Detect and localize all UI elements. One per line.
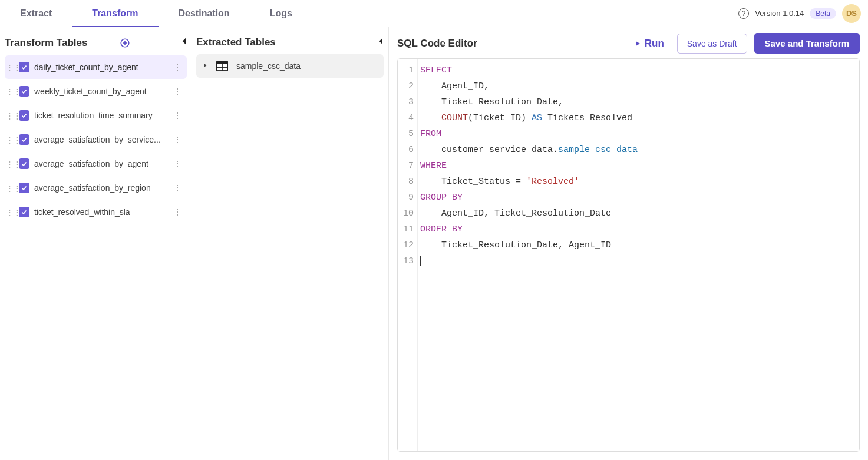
collapse-extracted-panel[interactable] — [373, 33, 390, 49]
checkbox-icon[interactable] — [19, 134, 29, 145]
tab-logs[interactable]: Logs — [250, 0, 312, 27]
extracted-panel-title: Extracted Tables — [196, 37, 276, 48]
more-menu-icon[interactable]: ⋮ — [171, 159, 183, 168]
tab-destination[interactable]: Destination — [159, 0, 250, 27]
drag-handle-icon[interactable]: ⋮⋮ — [6, 135, 14, 144]
extracted-item-label: sample_csc_data — [236, 61, 301, 71]
run-button[interactable]: Run — [628, 34, 670, 53]
drag-handle-icon[interactable]: ⋮⋮ — [6, 208, 14, 217]
svg-rect-6 — [217, 68, 222, 70]
chevron-left-icon — [377, 37, 386, 46]
sql-editor-panel: SQL Code Editor Run Save as Draft Save a… — [389, 27, 868, 460]
transform-item[interactable]: ⋮⋮ticket_resolved_within_sla⋮ — [5, 200, 187, 224]
beta-badge: Beta — [810, 8, 836, 19]
editor-actions: Run Save as Draft Save and Transform — [628, 33, 860, 54]
code-area[interactable]: SELECT Agent_ID, Ticket_Resolution_Date,… — [418, 59, 859, 451]
svg-rect-5 — [223, 64, 227, 67]
help-icon[interactable]: ? — [738, 8, 749, 19]
chevron-left-icon — [180, 37, 189, 46]
collapse-transform-panel[interactable] — [176, 33, 193, 49]
save-transform-button[interactable]: Save and Transform — [754, 33, 860, 54]
checkbox-icon[interactable] — [19, 110, 29, 121]
editor-title: SQL Code Editor — [397, 38, 477, 49]
more-menu-icon[interactable]: ⋮ — [171, 87, 183, 96]
transform-item[interactable]: ⋮⋮weekly_ticket_count_by_agent⋮ — [5, 80, 187, 103]
topbar: Extract Transform Destination Logs ? Ver… — [0, 0, 868, 27]
transform-list: ⋮⋮daily_ticket_count_by_agent⋮⋮⋮weekly_t… — [5, 55, 187, 224]
play-icon — [634, 40, 641, 47]
transform-item[interactable]: ⋮⋮ticket_resolution_time_summary⋮ — [5, 104, 187, 127]
transform-item[interactable]: ⋮⋮daily_ticket_count_by_agent⋮ — [5, 55, 187, 79]
drag-handle-icon[interactable]: ⋮⋮ — [6, 160, 14, 168]
avatar[interactable]: DS — [842, 4, 861, 23]
extracted-list: sample_csc_data — [196, 54, 384, 78]
save-draft-button[interactable]: Save as Draft — [677, 34, 747, 54]
plus-circle-icon — [120, 38, 130, 48]
transform-item[interactable]: ⋮⋮average_satisfaction_by_agent⋮ — [5, 152, 187, 176]
more-menu-icon[interactable]: ⋮ — [171, 135, 183, 144]
extracted-tables-panel: Extracted Tables sample_csc_data — [192, 27, 389, 460]
version-label: Version 1.0.14 — [755, 9, 804, 18]
add-transform-button[interactable] — [118, 37, 131, 49]
more-menu-icon[interactable]: ⋮ — [171, 62, 183, 72]
transform-item-label: average_satisfaction_by_agent — [34, 159, 167, 168]
checkbox-icon[interactable] — [19, 86, 29, 97]
tab-extract[interactable]: Extract — [0, 0, 72, 27]
table-icon — [216, 61, 228, 71]
drag-handle-icon[interactable]: ⋮⋮ — [6, 111, 14, 120]
transform-tables-panel: Transform Tables ⋮⋮daily_ticket_count_by… — [0, 27, 192, 460]
transform-item[interactable]: ⋮⋮average_satisfaction_by_region⋮ — [5, 176, 187, 200]
transform-item-label: weekly_ticket_count_by_agent — [34, 87, 167, 96]
more-menu-icon[interactable]: ⋮ — [171, 183, 183, 193]
more-menu-icon[interactable]: ⋮ — [171, 111, 183, 120]
line-gutter: 12345678910111213 — [398, 59, 418, 451]
checkbox-icon[interactable] — [19, 158, 29, 169]
drag-handle-icon[interactable]: ⋮⋮ — [6, 184, 14, 193]
run-label: Run — [645, 38, 664, 49]
drag-handle-icon[interactable]: ⋮⋮ — [6, 63, 14, 72]
transform-item-label: ticket_resolution_time_summary — [34, 111, 167, 120]
transform-item-label: average_satisfaction_by_service... — [34, 135, 167, 144]
transform-item[interactable]: ⋮⋮average_satisfaction_by_service...⋮ — [5, 128, 187, 151]
checkbox-icon[interactable] — [19, 62, 29, 72]
transform-item-label: daily_ticket_count_by_agent — [34, 62, 167, 72]
chevron-right-icon[interactable] — [202, 62, 208, 70]
transform-item-label: average_satisfaction_by_region — [34, 183, 167, 193]
checkbox-icon[interactable] — [19, 183, 29, 193]
transform-panel-title: Transform Tables — [5, 37, 87, 49]
transform-item-label: ticket_resolved_within_sla — [34, 207, 167, 217]
main-content: Transform Tables ⋮⋮daily_ticket_count_by… — [0, 27, 868, 460]
svg-rect-7 — [223, 68, 227, 70]
drag-handle-icon[interactable]: ⋮⋮ — [6, 87, 14, 96]
main-tabs: Extract Transform Destination Logs — [0, 0, 312, 27]
extracted-item[interactable]: sample_csc_data — [196, 54, 384, 78]
topbar-right: ? Version 1.0.14 Beta DS — [738, 4, 861, 23]
more-menu-icon[interactable]: ⋮ — [171, 207, 183, 217]
code-editor[interactable]: 12345678910111213 SELECT Agent_ID, Ticke… — [397, 58, 860, 452]
checkbox-icon[interactable] — [19, 207, 29, 217]
svg-rect-4 — [217, 64, 222, 67]
tab-transform[interactable]: Transform — [72, 0, 158, 27]
